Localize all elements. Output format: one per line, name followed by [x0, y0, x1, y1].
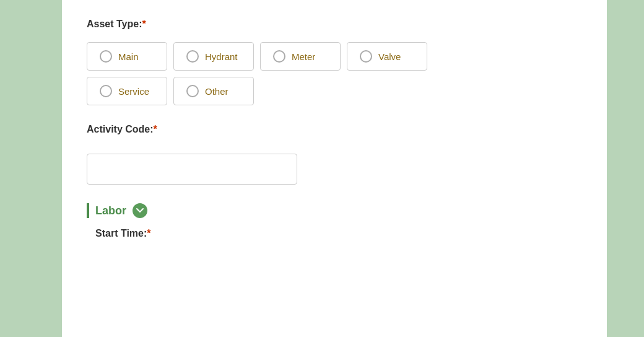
radio-circle-hydrant: [186, 50, 199, 63]
radio-label-other: Other: [205, 86, 228, 97]
radio-option-other[interactable]: Other: [173, 77, 254, 105]
activity-code-section: Activity Code:*: [87, 124, 582, 185]
labor-label: Labor: [95, 204, 126, 217]
radio-label-service: Service: [118, 86, 149, 97]
radio-circle-meter: [273, 50, 285, 63]
labor-section: Labor: [87, 203, 582, 218]
radio-circle-service: [100, 85, 112, 97]
activity-code-input[interactable]: [87, 154, 297, 185]
page-wrapper: Asset Type:* Main Hydrant Meter Valve: [0, 0, 644, 337]
radio-option-valve[interactable]: Valve: [347, 42, 427, 71]
activity-code-label: Activity Code:*: [87, 124, 582, 135]
radio-option-meter[interactable]: Meter: [260, 42, 341, 71]
asset-type-label: Asset Type:*: [87, 19, 582, 30]
sidebar-right: [607, 0, 644, 337]
radio-label-valve: Valve: [378, 51, 401, 62]
radio-row-1: Main Hydrant Meter Valve: [87, 42, 582, 71]
sidebar-left: [0, 0, 62, 337]
labor-chevron-button[interactable]: [133, 203, 147, 218]
radio-circle-main: [100, 50, 112, 63]
chevron-down-icon: [136, 208, 144, 213]
radio-row-2: Service Other: [87, 77, 582, 105]
radio-circle-valve: [360, 50, 372, 63]
radio-option-hydrant[interactable]: Hydrant: [173, 42, 254, 71]
start-time-label: Start Time:*: [95, 228, 151, 239]
radio-label-hydrant: Hydrant: [205, 51, 238, 62]
radio-label-main: Main: [118, 51, 139, 62]
radio-option-service[interactable]: Service: [87, 77, 167, 105]
radio-option-main[interactable]: Main: [87, 42, 167, 71]
main-content: Asset Type:* Main Hydrant Meter Valve: [62, 0, 607, 337]
radio-label-meter: Meter: [292, 51, 315, 62]
radio-circle-other: [186, 85, 199, 97]
start-time-section: Start Time:*: [87, 228, 582, 239]
